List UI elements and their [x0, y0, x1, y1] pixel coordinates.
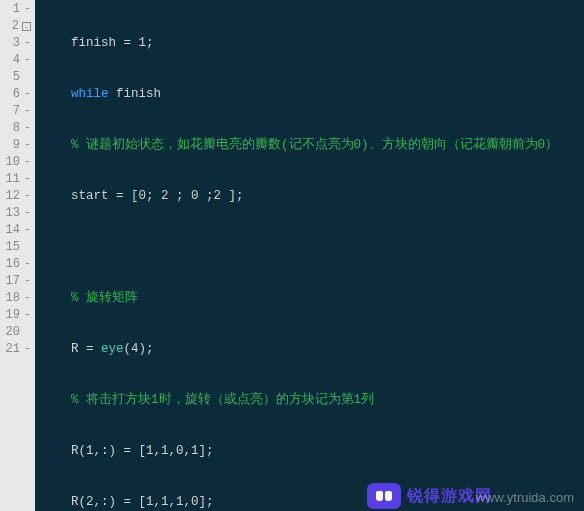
code-line: while finish [41, 86, 584, 103]
controller-icon [367, 483, 401, 509]
gutter-row: 13- [0, 205, 35, 222]
gutter-row: 6- [0, 86, 35, 103]
gutter-row: 9- [0, 137, 35, 154]
gutter-row: 16- [0, 256, 35, 273]
editor-pane: 1-2-3-4-5 6-7-8-9-10-11-12-13-14-15 16-1… [0, 0, 584, 511]
code-line: % 将击打方块1时，旋转（或点亮）的方块记为第1列 [41, 392, 584, 409]
line-number-gutter: 1-2-3-4-5 6-7-8-9-10-11-12-13-14-15 16-1… [0, 0, 35, 511]
gutter-row: 11- [0, 171, 35, 188]
gutter-row: 4- [0, 52, 35, 69]
code-line: % 旋转矩阵 [41, 290, 584, 307]
gutter-row: 17- [0, 273, 35, 290]
gutter-row: 2- [0, 18, 35, 35]
gutter-row: 20 [0, 324, 35, 341]
gutter-row: 8- [0, 120, 35, 137]
code-line: R = eye(4); [41, 341, 584, 358]
gutter-row: 1- [0, 1, 35, 18]
gutter-row: 15 [0, 239, 35, 256]
code-line: finish = 1; [41, 35, 584, 52]
gutter-row: 10- [0, 154, 35, 171]
fold-icon[interactable]: - [22, 22, 31, 31]
gutter-row: 5 [0, 69, 35, 86]
gutter-row: 3- [0, 35, 35, 52]
code-line: start = [0; 2 ; 0 ;2 ]; [41, 188, 584, 205]
code-line: % 谜题初始状态，如花瓣电亮的瓣数(记不点亮为0)、方块的朝向（记花瓣朝前为0） [41, 137, 584, 154]
gutter-row: 21- [0, 341, 35, 358]
gutter-row: 18- [0, 290, 35, 307]
code-area[interactable]: finish = 1; while finish % 谜题初始状态，如花瓣电亮的… [35, 0, 584, 511]
gutter-row: 14- [0, 222, 35, 239]
gutter-row: 7- [0, 103, 35, 120]
code-line [41, 239, 584, 256]
gutter-row: 12- [0, 188, 35, 205]
watermark-logo: 锐得游戏网 [367, 483, 492, 509]
gutter-row: 19- [0, 307, 35, 324]
code-line: R(1,:) = [1,1,0,1]; [41, 443, 584, 460]
watermark-url: www.ytruida.com [476, 490, 574, 505]
